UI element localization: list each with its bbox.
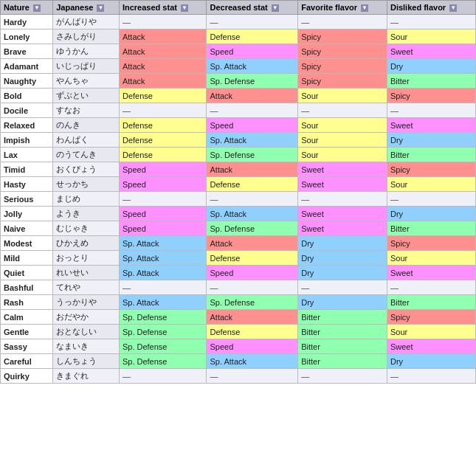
- sort-japanese-icon[interactable]: ▼: [97, 4, 104, 12]
- col-dec[interactable]: Decreased stat ▼: [207, 1, 298, 15]
- nature-name: Calm: [1, 310, 53, 325]
- inc-stat: Speed: [119, 207, 207, 221]
- dis-flavor: Sour: [387, 325, 475, 339]
- dis-flavor: Sweet: [387, 339, 475, 354]
- table-row: Calm おだやか Sp. Defense Attack Bitter Spic…: [1, 310, 476, 325]
- inc-stat: Speed: [119, 162, 207, 177]
- table-row: Naughty やんちゃ Attack Sp. Defense Spicy Bi…: [1, 74, 476, 89]
- sort-fav-icon[interactable]: ▼: [361, 4, 368, 12]
- japanese-name: うっかりや: [53, 295, 120, 310]
- nature-name: Rash: [1, 295, 53, 310]
- fav-flavor: Sour: [298, 148, 387, 162]
- dis-flavor: Dry: [387, 207, 475, 221]
- japanese-name: おだやか: [53, 310, 120, 325]
- col-inc[interactable]: Increased stat ▼: [119, 1, 207, 15]
- nature-name: Brave: [1, 44, 53, 59]
- dec-stat: Sp. Attack: [207, 207, 298, 221]
- dec-stat: —: [207, 15, 298, 30]
- japanese-name: おっとり: [53, 251, 120, 266]
- fav-flavor: Sour: [298, 133, 387, 148]
- dis-flavor: —: [387, 103, 475, 118]
- dis-flavor: Bitter: [387, 295, 475, 310]
- dec-stat: Sp. Defense: [207, 74, 298, 89]
- nature-name: Timid: [1, 162, 53, 177]
- inc-stat: Attack: [119, 59, 207, 74]
- table-row: Relaxed のんき Defense Speed Sour Sweet: [1, 118, 476, 133]
- dis-flavor: Sour: [387, 251, 475, 266]
- col-nature[interactable]: Nature ▼: [1, 1, 53, 15]
- nature-name: Impish: [1, 133, 53, 148]
- fav-flavor: Sour: [298, 118, 387, 133]
- japanese-name: むじゃき: [53, 221, 120, 236]
- sort-nature-icon[interactable]: ▼: [33, 4, 41, 12]
- inc-stat: —: [119, 15, 207, 30]
- dec-stat: Sp. Attack: [207, 354, 298, 369]
- japanese-name: のうてんき: [53, 148, 120, 162]
- table-row: Hasty せっかち Speed Defense Sweet Sour: [1, 177, 476, 192]
- dis-flavor: Sweet: [387, 118, 475, 133]
- dec-stat: Defense: [207, 325, 298, 339]
- inc-stat: Speed: [119, 177, 207, 192]
- fav-flavor: Spicy: [298, 74, 387, 89]
- dis-flavor: —: [387, 15, 475, 30]
- nature-name: Adamant: [1, 59, 53, 74]
- dis-flavor: Sour: [387, 30, 475, 44]
- table-row: Mild おっとり Sp. Attack Defense Dry Sour: [1, 251, 476, 266]
- inc-stat: —: [119, 280, 207, 295]
- nature-name: Jolly: [1, 207, 53, 221]
- inc-stat: Speed: [119, 221, 207, 236]
- dec-stat: Speed: [207, 118, 298, 133]
- fav-flavor: Dry: [298, 266, 387, 280]
- japanese-name: ゆうかん: [53, 44, 120, 59]
- inc-stat: Sp. Defense: [119, 354, 207, 369]
- japanese-name: すなお: [53, 103, 120, 118]
- dec-stat: Speed: [207, 266, 298, 280]
- fav-flavor: —: [298, 103, 387, 118]
- japanese-name: おくびょう: [53, 162, 120, 177]
- japanese-name: しんちょう: [53, 354, 120, 369]
- table-row: Quiet れいせい Sp. Attack Speed Dry Sweet: [1, 266, 476, 280]
- col-dis[interactable]: Disliked flavor ▼: [387, 1, 475, 15]
- dis-flavor: Bitter: [387, 221, 475, 236]
- nature-name: Lax: [1, 148, 53, 162]
- dis-flavor: Spicy: [387, 310, 475, 325]
- table-row: Sassy なまいき Sp. Defense Speed Bitter Swee…: [1, 339, 476, 354]
- fav-flavor: Sweet: [298, 221, 387, 236]
- nature-name: Naughty: [1, 74, 53, 89]
- fav-flavor: —: [298, 280, 387, 295]
- fav-flavor: Bitter: [298, 310, 387, 325]
- table-row: Careful しんちょう Sp. Defense Sp. Attack Bit…: [1, 354, 476, 369]
- fav-flavor: —: [298, 369, 387, 384]
- dis-flavor: Spicy: [387, 89, 475, 103]
- nature-name: Bashful: [1, 280, 53, 295]
- dec-stat: Attack: [207, 89, 298, 103]
- dec-stat: —: [207, 369, 298, 384]
- sort-dis-icon[interactable]: ▼: [449, 4, 457, 12]
- japanese-name: れいせい: [53, 266, 120, 280]
- dis-flavor: Bitter: [387, 148, 475, 162]
- inc-stat: Sp. Attack: [119, 251, 207, 266]
- fav-flavor: Sour: [298, 89, 387, 103]
- sort-dec-icon[interactable]: ▼: [272, 4, 279, 12]
- natures-table: Nature ▼ Japanese ▼ Increased stat ▼ Dec…: [0, 0, 476, 384]
- japanese-name: きまぐれ: [53, 369, 120, 384]
- dis-flavor: —: [387, 280, 475, 295]
- japanese-name: まじめ: [53, 192, 120, 207]
- inc-stat: Sp. Attack: [119, 236, 207, 251]
- table-row: Docile すなお — — — —: [1, 103, 476, 118]
- col-japanese[interactable]: Japanese ▼: [53, 1, 120, 15]
- fav-flavor: Bitter: [298, 354, 387, 369]
- dec-stat: Defense: [207, 177, 298, 192]
- nature-name: Naive: [1, 221, 53, 236]
- dec-stat: Attack: [207, 310, 298, 325]
- japanese-name: てれや: [53, 280, 120, 295]
- sort-inc-icon[interactable]: ▼: [181, 4, 188, 12]
- inc-stat: Defense: [119, 118, 207, 133]
- col-fav[interactable]: Favorite flavor ▼: [298, 1, 387, 15]
- dec-stat: Sp. Attack: [207, 59, 298, 74]
- table-row: Timid おくびょう Speed Attack Sweet Spicy: [1, 162, 476, 177]
- inc-stat: Attack: [119, 30, 207, 44]
- table-row: Modest ひかえめ Sp. Attack Attack Dry Spicy: [1, 236, 476, 251]
- japanese-name: なまいき: [53, 339, 120, 354]
- dec-stat: —: [207, 103, 298, 118]
